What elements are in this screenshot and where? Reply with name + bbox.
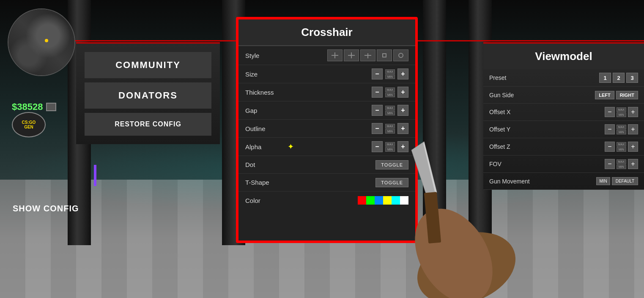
- size-label: Size: [245, 71, 283, 78]
- gun-movement-row: Gun Movement MIN DEFAULT: [483, 173, 644, 190]
- tshape-toggle-button[interactable]: TOGGLE: [375, 178, 408, 187]
- offset-x-row: Offset X − MAX MIN +: [483, 104, 644, 121]
- restore-config-button[interactable]: RESTORE CONFIG: [85, 113, 211, 136]
- crosshair-gap-row: Gap − MAX MIN +: [238, 101, 415, 120]
- crosshair-dot-row: Dot TOGGLE: [238, 156, 415, 174]
- offset-y-plus[interactable]: +: [628, 124, 638, 134]
- gun-side-left-button[interactable]: LEFT: [595, 91, 614, 99]
- outline-minus-button[interactable]: −: [372, 123, 383, 134]
- swatch-green[interactable]: [366, 196, 375, 205]
- gap-plus-button[interactable]: +: [397, 105, 408, 116]
- swatch-white[interactable]: [400, 196, 408, 205]
- offset-y-max[interactable]: MAX: [617, 125, 626, 129]
- offset-z-min[interactable]: MIN: [617, 147, 626, 152]
- thickness-minus-button[interactable]: −: [372, 87, 383, 98]
- thickness-controls: − MAX MIN +: [372, 87, 408, 98]
- gap-max-min: MAX MIN: [385, 106, 395, 115]
- offset-y-minus[interactable]: −: [605, 124, 615, 134]
- swatch-blue[interactable]: [375, 196, 383, 205]
- fov-row: FOV − MAX MIN +: [483, 156, 644, 173]
- style-preset-4[interactable]: [377, 49, 392, 61]
- preset-controls: 1 2 3: [599, 73, 638, 83]
- svg-rect-7: [383, 54, 386, 57]
- preset-2-button[interactable]: 2: [613, 73, 625, 83]
- offset-x-max[interactable]: MAX: [617, 107, 626, 112]
- thickness-label: Thickness: [245, 89, 283, 96]
- offset-x-min[interactable]: MIN: [617, 112, 626, 117]
- crosshair-color-row: Color: [238, 191, 415, 209]
- bar-purple: [94, 165, 96, 186]
- csgo-logo: CS:GOGEN: [12, 112, 46, 137]
- size-min-button[interactable]: MIN: [385, 74, 395, 79]
- fov-label: FOV: [489, 161, 605, 167]
- tshape-controls: TOGGLE: [375, 178, 408, 187]
- alpha-minus-button[interactable]: −: [372, 141, 383, 152]
- buy-menu-icon: [46, 103, 56, 111]
- gun-movement-default[interactable]: DEFAULT: [612, 177, 638, 185]
- offset-z-minus[interactable]: −: [605, 142, 615, 152]
- thickness-plus-button[interactable]: +: [397, 87, 408, 98]
- offset-x-plus[interactable]: +: [628, 107, 638, 117]
- alpha-max-button[interactable]: MAX: [385, 142, 395, 147]
- thickness-min-button[interactable]: MIN: [385, 93, 395, 97]
- minimap: [8, 8, 75, 76]
- style-label: Style: [245, 52, 283, 59]
- minimap-player-dot: [45, 39, 48, 42]
- style-preset-5[interactable]: [393, 49, 408, 61]
- fov-min[interactable]: MIN: [617, 164, 626, 169]
- gap-minus-button[interactable]: −: [372, 105, 383, 116]
- donators-button[interactable]: DONATORS: [85, 82, 211, 109]
- size-minus-button[interactable]: −: [372, 68, 383, 79]
- swatch-cyan[interactable]: [392, 196, 400, 205]
- community-button[interactable]: COMMUNITY: [85, 52, 211, 78]
- fov-max[interactable]: MAX: [617, 159, 626, 164]
- dot-label: Dot: [245, 161, 283, 168]
- alpha-min-button[interactable]: MIN: [385, 147, 395, 152]
- preset-1-button[interactable]: 1: [599, 73, 611, 83]
- offset-z-max[interactable]: MAX: [617, 142, 626, 147]
- style-preset-1[interactable]: [327, 49, 343, 61]
- size-plus-button[interactable]: +: [397, 68, 408, 79]
- alpha-controls: − MAX MIN +: [372, 141, 408, 152]
- preset-3-button[interactable]: 3: [626, 73, 638, 83]
- outline-label: Outline: [245, 125, 283, 132]
- svg-point-8: [399, 53, 403, 57]
- gap-max-button[interactable]: MAX: [385, 106, 395, 110]
- swatch-yellow[interactable]: [383, 196, 392, 205]
- fov-minus[interactable]: −: [605, 159, 615, 169]
- crosshair-size-row: Size − MAX MIN +: [238, 65, 415, 83]
- alpha-plus-button[interactable]: +: [397, 141, 408, 152]
- tshape-label: T-Shape: [245, 179, 283, 186]
- crosshair-alpha-row: Alpha ✦ − MAX MIN +: [238, 138, 415, 156]
- offset-z-max-min: MAX MIN: [617, 142, 626, 152]
- outline-min-button[interactable]: MIN: [385, 129, 395, 134]
- fov-plus[interactable]: +: [628, 159, 638, 169]
- style-preset-3[interactable]: [360, 49, 375, 61]
- outline-plus-button[interactable]: +: [397, 123, 408, 134]
- outline-max-button[interactable]: MAX: [385, 124, 395, 128]
- offset-z-row: Offset Z − MAX MIN +: [483, 138, 644, 156]
- style-preset-2[interactable]: [344, 49, 359, 61]
- outline-controls: − MAX MIN +: [372, 123, 408, 134]
- crosshair-style-row: Style: [238, 46, 415, 65]
- gap-label: Gap: [245, 107, 283, 114]
- gap-min-button[interactable]: MIN: [385, 111, 395, 115]
- offset-y-min[interactable]: MIN: [617, 130, 626, 134]
- thickness-max-button[interactable]: MAX: [385, 87, 395, 92]
- swatch-red[interactable]: [358, 196, 366, 205]
- show-config-label: SHOW CONFIG: [13, 203, 79, 213]
- gun-side-label: Gun Side: [489, 92, 595, 98]
- size-max-button[interactable]: MAX: [385, 69, 395, 74]
- gun-movement-min[interactable]: MIN: [596, 177, 610, 185]
- style-controls: [327, 49, 408, 61]
- dot-toggle-button[interactable]: TOGGLE: [375, 160, 408, 170]
- preset-row: Preset 1 2 3: [483, 69, 644, 87]
- offset-x-minus[interactable]: −: [605, 107, 615, 117]
- gun-side-right-button[interactable]: RIGHT: [616, 91, 638, 99]
- alpha-indicator: ✦: [288, 142, 294, 151]
- offset-z-plus[interactable]: +: [628, 142, 638, 152]
- crosshair-title: Crosshair: [238, 19, 415, 46]
- outline-max-min: MAX MIN: [385, 124, 395, 134]
- gun-movement-controls: MIN DEFAULT: [596, 177, 638, 185]
- crosshair-thickness-row: Thickness − MAX MIN +: [238, 83, 415, 101]
